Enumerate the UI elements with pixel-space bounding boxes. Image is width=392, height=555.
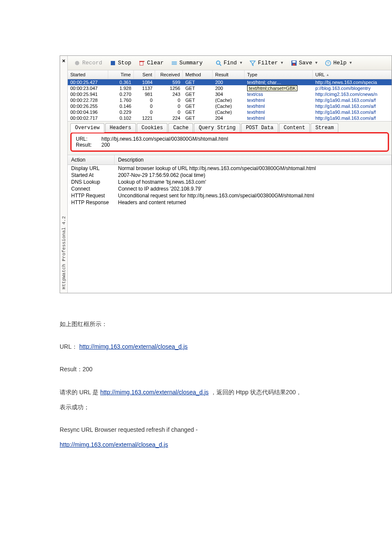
doc-p2: URL： http://mimg.163.com/external/closea… [60,341,358,352]
stop-label: Stop [118,60,131,66]
table-cell: 0 [155,109,183,115]
tab-stream[interactable]: Stream [311,123,338,133]
request-grid-header: Started Time Sent Received Method Result… [68,70,392,79]
table-cell: 0 [134,97,155,103]
table-row[interactable]: 00:00:22.7281.76000GET(Cache)text/htmlht… [68,97,392,103]
find-button[interactable]: Find ▼ [213,58,245,67]
col-result[interactable]: Result [213,70,245,79]
col-time[interactable]: Time [108,70,134,79]
table-cell: 200 [213,85,245,91]
stop-button[interactable]: Stop [107,58,134,67]
tab-query-string[interactable]: Query String [194,123,240,133]
detail-action: DNS Lookup [68,179,115,185]
chevron-down-icon[interactable]: ▼ [315,61,317,65]
table-cell: 1221 [134,115,155,121]
summary-url-value: http://bj.news.163.com/special/003800GM/… [101,136,228,142]
summary-url-label: URL: [76,136,97,142]
table-cell-type: text/html [245,103,313,109]
table-cell-url: p://blog.163.com/blogentry [313,85,392,91]
doc-p4-suffix: ，返回的 Htpp 状态代码结果200， [210,389,302,396]
table-cell: 304 [213,91,245,97]
tab-cookies[interactable]: Cookies [137,123,167,133]
clear-label: Clear [147,60,164,66]
filter-button[interactable]: Filter ▼ [247,58,286,67]
save-icon [291,60,297,66]
summary-button[interactable]: Summary [168,58,206,67]
svg-point-0 [75,61,79,65]
detail-description: Lookup of hostname 'bj.news.163.com' [115,179,392,185]
doc-p4-link[interactable]: http://mimg.163.com/external/closea_d.js [100,389,208,396]
find-label: Find [224,60,237,66]
detail-action: Connect [68,185,115,192]
table-row[interactable]: 00:00:04.1960.22900GET(Cache)text/htmlht… [68,109,392,115]
table-row[interactable]: 00:00:23.0471.92811371256GET200text/html… [68,85,392,91]
table-cell-url: http://g1a90.mail.163.com/a/f [313,97,392,103]
col-received[interactable]: Received [155,70,183,79]
table-cell: 0 [134,103,155,109]
table-cell: 0.361 [108,79,134,85]
detail-description: Headers and content returned [115,199,392,206]
tab-headers[interactable]: Headers [105,123,136,133]
filter-icon [250,60,256,66]
detail-description: Unconditional request sent for http://bj… [115,192,392,199]
table-cell: 200 [213,79,245,85]
col-url[interactable]: URL▲ [313,70,392,79]
table-cell-type: text/html [245,115,313,121]
table-cell: 00:00:25.427 [68,79,108,85]
doc-p7-link[interactable]: http://mimg.163.com/external/closea_d.js [60,441,168,448]
overview-detail-header: Action Description [68,155,392,165]
detail-row: Display URLNormal browser lookup of URL … [68,165,392,172]
table-cell: 1.760 [108,97,134,103]
table-cell: (Cache) [213,97,245,103]
chevron-down-icon[interactable]: ▼ [349,61,352,65]
table-cell: 0.102 [108,115,134,121]
table-cell-type: text/html;charset=GBK [245,85,313,91]
detail-description: 2007-Nov-29 17:56:59.062 (local time) [115,172,392,179]
table-cell-type: text/html; char… [245,79,313,85]
chevron-down-icon[interactable]: ▼ [281,61,283,65]
record-label: Record [82,60,102,66]
tab-post-data[interactable]: POST Data [241,123,278,133]
chevron-down-icon[interactable]: ▼ [240,61,242,65]
doc-p2-link[interactable]: http://mimg.163.com/external/closea_d.js [79,343,187,350]
detail-row: Started At2007-Nov-29 17:56:59.062 (loca… [68,172,392,179]
help-button[interactable]: ? Help ▼ [322,58,355,67]
toolbar: Record Stop Clear [68,56,392,70]
summary-label: Summary [179,60,203,66]
col-action[interactable]: Action [68,155,115,165]
product-label: HttpWatch Professional 4.2 [61,216,66,289]
table-cell: 0.146 [108,103,134,109]
save-button[interactable]: Save ▼ [288,58,321,67]
col-started[interactable]: Started [68,70,108,79]
table-cell-type: text/css [245,91,313,97]
tab-cache[interactable]: Cache [168,123,193,133]
detail-action: HTTP Request [68,192,115,199]
col-description[interactable]: Description [115,155,392,165]
detail-row: HTTP ResponseHeaders and content returne… [68,199,392,206]
doc-p3: Result：200 [60,364,358,375]
table-row[interactable]: 00:00:25.4270.3611084599GET200text/html;… [68,79,392,85]
table-row[interactable]: 00:00:25.9410.270981243GET304text/csshtt… [68,91,392,97]
svg-text:?: ? [327,61,329,66]
record-button[interactable]: Record [71,58,105,67]
table-row[interactable]: 00:00:02.7170.1021221224GET204text/htmlh… [68,115,392,121]
tab-content[interactable]: Content [279,123,310,133]
col-type[interactable]: Type [245,70,313,79]
filter-label: Filter [258,60,278,66]
clear-button[interactable]: Clear [136,58,167,67]
tab-overview[interactable]: Overview [70,123,104,133]
col-method[interactable]: Method [183,70,213,79]
record-icon [74,60,80,66]
sort-asc-icon: ▲ [326,73,329,77]
table-cell: GET [183,79,213,85]
close-icon[interactable]: × [62,56,66,66]
table-cell: (Cache) [213,103,245,109]
doc-p2-prefix: URL： [60,343,79,350]
detail-description: Connect to IP address '202.108.9.79' [115,185,392,192]
detail-action: Display URL [68,165,115,172]
doc-p7: http://mimg.163.com/external/closea_d.js [60,439,358,450]
table-row[interactable]: 00:00:26.2550.14600GET(Cache)text/htmlht… [68,103,392,109]
table-cell: GET [183,115,213,121]
help-icon: ? [325,60,331,66]
col-sent[interactable]: Sent [134,70,155,79]
